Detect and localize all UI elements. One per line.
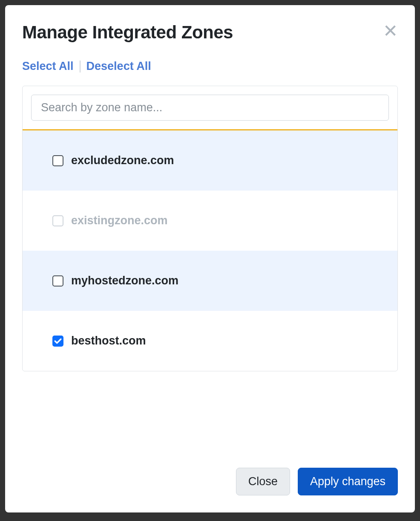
select-all-link[interactable]: Select All [22,60,74,73]
modal-footer: Close Apply changes [22,451,398,495]
zone-name-label: besthost.com [71,334,146,347]
zone-item[interactable]: excludedzone.com [23,130,397,191]
close-button[interactable]: Close [236,468,290,495]
deselect-all-link[interactable]: Deselect All [86,60,151,73]
link-divider [80,61,81,72]
selection-links: Select All Deselect All [22,60,398,73]
modal-title: Manage Integrated Zones [22,22,233,43]
zone-search-input[interactable] [31,95,389,121]
zone-checkbox[interactable] [52,275,63,287]
zone-selection-box: excludedzone.com existingzone.com myhost… [22,86,398,371]
zone-name-label: myhostedzone.com [71,274,178,287]
modal-header: Manage Integrated Zones ✕ [22,22,398,43]
apply-changes-button[interactable]: Apply changes [298,468,398,495]
zone-checkbox [52,215,63,226]
zone-checkbox[interactable] [52,336,63,347]
zone-checkbox[interactable] [52,155,63,166]
zone-item[interactable]: besthost.com [23,311,397,371]
manage-zones-modal: Manage Integrated Zones ✕ Select All Des… [5,5,415,512]
zone-item[interactable]: myhostedzone.com [23,251,397,311]
zone-name-label: existingzone.com [71,214,168,227]
search-wrapper [23,86,397,130]
close-icon[interactable]: ✕ [383,22,398,40]
zone-item: existingzone.com [23,191,397,251]
zone-list: excludedzone.com existingzone.com myhost… [23,130,397,371]
zone-name-label: excludedzone.com [71,154,174,167]
